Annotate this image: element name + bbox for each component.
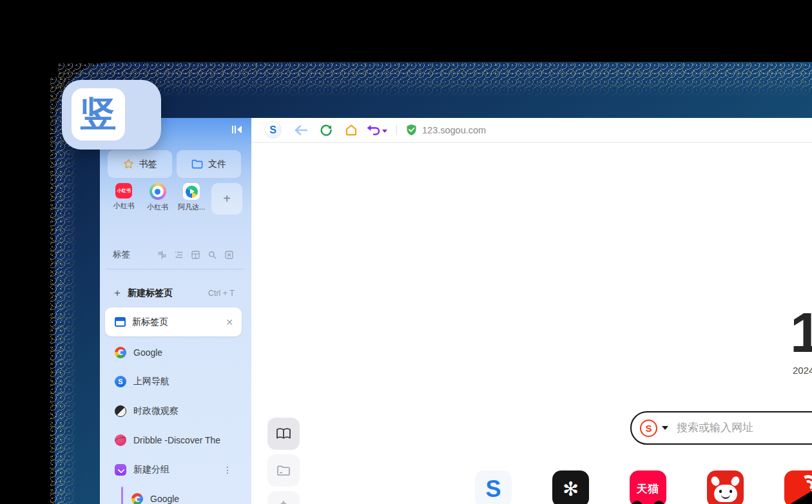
site-security-shield-icon[interactable] xyxy=(406,124,417,136)
search-input[interactable] xyxy=(677,422,812,434)
back-button[interactable] xyxy=(291,121,311,140)
sogou-search-engine-icon[interactable]: S xyxy=(640,420,657,437)
shortcut-chatgpt[interactable]: ✻ xyxy=(552,470,589,504)
chatgpt-icon: ✻ xyxy=(563,478,579,500)
address-url[interactable]: 123.sogou.com xyxy=(422,125,486,135)
badge-glyph: 竖 xyxy=(72,88,125,141)
bookmark-label: 小红书 xyxy=(147,202,168,212)
shortcut-jd[interactable] xyxy=(707,470,744,504)
list-sort-icon[interactable] xyxy=(175,251,183,259)
tab-item-news[interactable]: 时政微观察 xyxy=(100,396,251,426)
tab-list: Google S 上网导航 时政微观察 Dribble -Discover Th… xyxy=(100,338,251,504)
bookmark-label: 小红书 xyxy=(113,201,135,211)
sogou-icon: S xyxy=(115,376,126,387)
google-icon xyxy=(115,347,126,358)
bookmark-xiaohongshu[interactable]: 小红书 小红书 xyxy=(107,183,140,211)
date-display: 2024 xyxy=(793,365,812,376)
undo-button[interactable] xyxy=(367,124,387,136)
group-menu-button[interactable]: ⋮ xyxy=(223,465,232,475)
tab-item-dribbble[interactable]: Dribble -Discover The xyxy=(100,426,251,456)
refresh-button[interactable] xyxy=(316,121,336,140)
close-all-tabs-icon[interactable] xyxy=(225,251,233,259)
plus-icon: + xyxy=(114,287,121,300)
jd-dog-icon xyxy=(714,485,737,502)
sidebar-divider xyxy=(106,269,244,269)
refresh-icon xyxy=(320,124,333,137)
tab-group-icon xyxy=(115,464,126,476)
new-tab-row[interactable]: + 新建标签页 Ctrl + T xyxy=(114,284,235,302)
tab-files[interactable]: 文件 xyxy=(177,150,241,178)
tmall-logo-text: 天猫 xyxy=(637,481,660,496)
sidebar-tabs: 书签 文件 xyxy=(108,150,241,178)
vertical-tabs-badge: 竖 xyxy=(62,80,161,150)
pin-sort-icon[interactable] xyxy=(158,251,166,259)
tags-toolbar xyxy=(158,251,233,259)
globe-icon xyxy=(115,405,126,417)
undo-caret-icon xyxy=(382,130,387,133)
folder-outline-icon xyxy=(276,465,291,476)
screen: 竖 书签 xyxy=(0,0,812,504)
collapse-sidebar-button[interactable] xyxy=(230,123,243,136)
home-icon xyxy=(345,124,358,136)
bookmark-shortcuts: 小红书 小红书 小红书 阿凡达... + xyxy=(107,183,242,215)
tab-bookmarks-label: 书签 xyxy=(139,159,157,170)
corner-wedge xyxy=(785,485,812,504)
sidebar: 书签 文件 小红书 小红书 小红书 xyxy=(100,118,251,504)
search-box[interactable]: S xyxy=(630,411,812,445)
dribbble-icon xyxy=(115,434,126,446)
quick-launch-row: S ✻ 天猫 xyxy=(475,470,812,504)
clock-display: 1 xyxy=(790,304,812,361)
colorful-ring-icon xyxy=(150,183,166,200)
close-tab-button[interactable]: ✕ xyxy=(226,317,233,327)
shortcut-red-app[interactable] xyxy=(784,470,812,504)
google-icon xyxy=(131,493,143,504)
undo-icon xyxy=(367,124,381,136)
main-area: S xyxy=(251,118,812,504)
tags-title: 标签 xyxy=(113,249,130,260)
tab-files-label: 文件 xyxy=(208,159,226,170)
tab-item-google[interactable]: Google xyxy=(100,338,251,367)
bookmark-avatar-video[interactable]: 阿凡达... xyxy=(175,183,208,212)
xiaohongshu-icon: 小红书 xyxy=(115,183,132,199)
side-float-buttons xyxy=(267,418,300,504)
new-tab-label: 新建标签页 xyxy=(128,287,173,299)
tags-section-header: 标签 xyxy=(113,249,233,260)
group-indent-line xyxy=(121,487,123,504)
discover-button[interactable] xyxy=(267,491,300,504)
shortcut-sogou[interactable]: S xyxy=(475,470,512,504)
sogou-browser-logo[interactable]: S xyxy=(264,121,282,139)
add-bookmark-button[interactable]: + xyxy=(211,183,242,215)
bookmark-xiaohongshu-2[interactable]: 小红书 xyxy=(140,183,174,212)
tab-group-new[interactable]: 新建分组 ⋮ xyxy=(100,455,251,485)
tab-item-navigation[interactable]: S 上网导航 xyxy=(100,367,251,397)
browser-toolbar: S xyxy=(251,118,812,143)
back-arrow-icon xyxy=(294,124,308,136)
new-tab-shortcut: Ctrl + T xyxy=(208,289,235,298)
reading-list-button[interactable] xyxy=(267,418,300,450)
star-icon xyxy=(123,159,134,170)
search-tabs-icon[interactable] xyxy=(208,251,217,259)
collapse-icon xyxy=(231,124,242,135)
video-play-icon xyxy=(183,183,200,200)
toolbar-divider xyxy=(396,125,397,135)
files-panel-button[interactable] xyxy=(267,454,300,487)
tab-bookmarks[interactable]: 书签 xyxy=(108,150,172,178)
tab-item-google-nested[interactable]: Google xyxy=(100,485,251,504)
open-book-icon xyxy=(276,427,291,440)
bookmark-label: 阿凡达... xyxy=(178,202,205,212)
new-tab-page: 1 2024 S S ✻ 天猫 xyxy=(251,143,812,504)
shortcut-tmall[interactable]: 天猫 xyxy=(630,470,666,504)
active-tab-card[interactable]: 新标签页 ✕ xyxy=(105,307,242,336)
folder-icon xyxy=(191,159,203,169)
active-tab-label: 新标签页 xyxy=(132,316,168,328)
grid-view-icon[interactable] xyxy=(191,251,200,259)
engine-caret-icon[interactable] xyxy=(662,426,668,430)
browser-window: 书签 文件 小红书 小红书 小红书 xyxy=(100,118,812,504)
home-button[interactable] xyxy=(342,121,361,140)
browser-window-icon xyxy=(115,317,126,327)
compass-icon xyxy=(276,500,291,504)
